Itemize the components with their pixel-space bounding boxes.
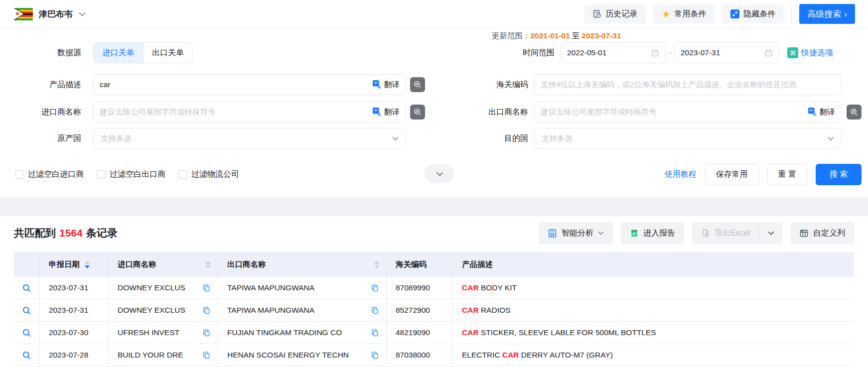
hide-conditions-button[interactable]: 隐藏条件 bbox=[722, 4, 784, 23]
header-label: 进口商名称 bbox=[118, 259, 156, 270]
table-header: 申报日期 进口商名称 出口商名称 海关编码 产品描述 bbox=[14, 252, 854, 277]
copy-icon[interactable] bbox=[371, 329, 379, 337]
row-detail-search-icon[interactable] bbox=[22, 328, 31, 338]
copy-icon[interactable] bbox=[202, 284, 211, 292]
smart-analysis-label: 智能分析 bbox=[562, 228, 593, 239]
search-similar-button[interactable] bbox=[410, 77, 425, 92]
tutorial-link[interactable]: 使用教程 bbox=[665, 169, 697, 180]
translate-icon: 中A bbox=[808, 108, 817, 117]
tab-import-customs[interactable]: 进口关单 bbox=[94, 43, 143, 63]
translate-label: 翻译 bbox=[384, 80, 400, 90]
hs-code-label: 海关编码 bbox=[439, 80, 534, 90]
topbar: ★ 津巴布韦 历史记录 ★ 常用条件 隐藏条件 高级搜索 › bbox=[0, 0, 868, 28]
sort-icons[interactable] bbox=[206, 261, 211, 268]
importer-label: 进口商名称 bbox=[0, 107, 93, 118]
filter-blank-exporter[interactable]: 过滤空白出口商 bbox=[97, 169, 165, 180]
exporter-input[interactable] bbox=[541, 108, 808, 117]
row-detail-search-icon[interactable] bbox=[22, 283, 31, 293]
table-row[interactable]: 2023-07-31 DOWNEY EXCLUS TAPIWA MAPUNGWA… bbox=[14, 299, 854, 322]
header-exporter[interactable]: 出口商名称 bbox=[218, 252, 387, 277]
row-exporter-text: HENAN SCOSAI ENERGY TECHN bbox=[227, 351, 349, 360]
importer-input[interactable] bbox=[100, 108, 373, 117]
dest-country-label: 目的国 bbox=[439, 133, 534, 144]
table-row[interactable]: 2023-07-28 BUILD YOUR DRE HENAN SCOSAI E… bbox=[14, 344, 854, 367]
expand-conditions-button[interactable] bbox=[425, 164, 454, 183]
quick-options-link[interactable]: ⌘ 快捷选项 bbox=[787, 47, 833, 58]
row-exporter-text: FUJIAN TINGKAM TRADING CO bbox=[227, 328, 342, 337]
copy-icon[interactable] bbox=[202, 306, 211, 315]
enter-report-button[interactable]: 进入报告 bbox=[621, 222, 684, 244]
exporter-label: 出口商名称 bbox=[439, 107, 534, 118]
chevron-down-icon bbox=[79, 12, 86, 16]
history-button[interactable]: 历史记录 bbox=[584, 4, 646, 23]
row-hs-code: 48219090 bbox=[396, 328, 430, 337]
search-similar-button[interactable] bbox=[847, 105, 862, 120]
dest-country-placeholder: 支持多选 bbox=[542, 133, 573, 144]
topbar-actions: 历史记录 ★ 常用条件 隐藏条件 高级搜索 › bbox=[584, 4, 855, 24]
table-row[interactable]: 2023-07-31 DOWNEY EXCLUS TAPIWA MAPUNGWA… bbox=[14, 277, 854, 299]
hs-code-input[interactable] bbox=[541, 80, 835, 89]
date-from-input[interactable]: 2022-05-01 bbox=[561, 42, 666, 63]
chevron-down-icon bbox=[392, 136, 399, 140]
translate-icon: 中A bbox=[373, 80, 382, 89]
copy-icon[interactable] bbox=[371, 351, 379, 360]
custom-columns-button[interactable]: 自定义列 bbox=[790, 222, 854, 244]
copy-icon[interactable] bbox=[202, 351, 211, 360]
header-importer[interactable]: 进口商名称 bbox=[109, 252, 218, 277]
history-label: 历史记录 bbox=[605, 9, 637, 19]
search-similar-button[interactable] bbox=[410, 105, 425, 120]
header-declare-date[interactable]: 申报日期 bbox=[40, 252, 109, 277]
tab-export-customs[interactable]: 出口关单 bbox=[143, 43, 192, 63]
advanced-search-label: 高级搜索 bbox=[807, 8, 841, 20]
row-date: 2023-07-31 bbox=[49, 306, 88, 315]
collapse-icon bbox=[730, 9, 739, 18]
translate-icon: 中A bbox=[373, 108, 382, 117]
row-description: CAR STICKER, SLEEVE LABLE FOR 500ML BOTT… bbox=[462, 328, 656, 337]
search-button[interactable]: 搜 索 bbox=[816, 164, 862, 185]
filter-logistics[interactable]: 过滤物流公司 bbox=[179, 169, 239, 180]
magnifier-exchange-icon bbox=[413, 80, 422, 89]
country-selector[interactable]: ★ 津巴布韦 bbox=[14, 8, 86, 20]
calendar-icon bbox=[651, 49, 659, 57]
dest-country-select[interactable]: 支持多选 bbox=[534, 128, 842, 149]
advanced-search-button[interactable]: 高级搜索 › bbox=[799, 4, 855, 24]
save-common-button[interactable]: 保存常用 bbox=[705, 164, 759, 185]
translate-button[interactable]: 中A 翻译 bbox=[808, 107, 835, 118]
update-range-to-word: 至 bbox=[572, 31, 580, 40]
time-range-label: 时间范围 bbox=[439, 48, 561, 58]
copy-icon[interactable] bbox=[371, 306, 379, 315]
bi-analysis-icon: BI bbox=[548, 229, 557, 238]
row-detail-search-icon[interactable] bbox=[22, 306, 31, 315]
checkbox-icon[interactable] bbox=[179, 170, 187, 179]
product-desc-input[interactable] bbox=[100, 80, 373, 89]
row-hs-code: 87089990 bbox=[396, 283, 430, 292]
filter-blank-importer[interactable]: 过滤空白进口商 bbox=[15, 169, 84, 180]
copy-icon[interactable] bbox=[202, 329, 211, 337]
row-date: 2023-07-28 bbox=[49, 351, 88, 360]
header-label: 出口商名称 bbox=[227, 259, 266, 270]
row-detail-search-icon[interactable] bbox=[22, 351, 31, 360]
export-excel-button[interactable]: 导出Excel bbox=[692, 222, 759, 244]
smart-analysis-button[interactable]: BI 智能分析 bbox=[539, 222, 613, 244]
arrow-right-icon: › bbox=[844, 10, 847, 18]
checkbox-icon[interactable] bbox=[97, 170, 106, 179]
copy-icon[interactable] bbox=[371, 284, 379, 292]
table-row[interactable]: 2023-07-30 UFRESH INVEST FUJIAN TINGKAM … bbox=[14, 322, 854, 344]
reset-button[interactable]: 重 置 bbox=[767, 164, 807, 185]
report-icon bbox=[630, 229, 639, 238]
checkbox-icon[interactable] bbox=[15, 170, 24, 179]
translate-button[interactable]: 中A 翻译 bbox=[373, 107, 400, 118]
sort-icons[interactable] bbox=[85, 261, 90, 268]
export-options-button[interactable] bbox=[759, 222, 782, 244]
export-excel-label: 导出Excel bbox=[715, 228, 750, 239]
translate-button[interactable]: 中A 翻译 bbox=[373, 80, 400, 90]
chevron-down-icon bbox=[436, 172, 443, 176]
header-hs-code: 海关编码 bbox=[387, 252, 453, 277]
update-range: 更新范围：2021-01-01至2023-07-31 bbox=[492, 31, 621, 41]
favorites-button[interactable]: ★ 常用条件 bbox=[653, 4, 715, 23]
sort-icons[interactable] bbox=[374, 261, 379, 268]
row-date: 2023-07-30 bbox=[49, 328, 88, 337]
date-to-input[interactable]: 2023-07-31 bbox=[674, 42, 779, 63]
header-product-desc: 产品描述 bbox=[453, 252, 854, 277]
origin-country-select[interactable]: 支持多选 bbox=[93, 128, 406, 149]
